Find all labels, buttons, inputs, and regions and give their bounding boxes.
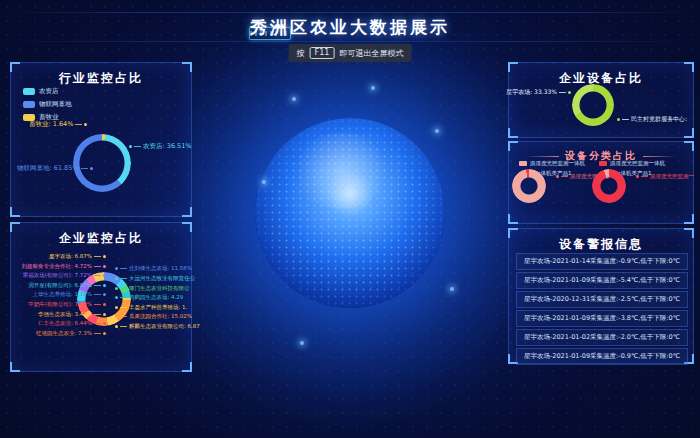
pie-label: 畜牧业: 1.64% (29, 121, 87, 128)
panel-enterprise-monitor: 企业监控占比 星宇农场: 6.87% 刘超粮食专业合作社: 4.72% 家福农场… (10, 222, 192, 372)
alarm-row: 星宇农场-2021-01-09采集温度:-3.8℃,低于下限:0℃ (516, 310, 688, 327)
device-donut-chart[interactable] (572, 84, 614, 126)
alarm-row: 星宇农场-2021-01-09采集温度:-5.4℃,低于下限:0℃ (516, 272, 688, 289)
panel-title: 企业设备占比 (509, 63, 693, 87)
pie-label: 北刘锋生态农场: 11.56% (115, 266, 192, 272)
page-title: 秀洲区农业大数据展示 (0, 16, 700, 39)
industry-donut-chart[interactable] (73, 134, 131, 192)
f11-keycap: F11 (310, 47, 335, 59)
pie-label: 上华生态养殖场: 1.72% (11, 292, 106, 298)
pie-label: 李强生态农场: 3.42% (11, 312, 106, 318)
panel-industry-monitor: 行业监控占比 农资店 物联网基地 畜牧业 畜牧业: 1.64% 农资店: 36.… (10, 62, 192, 217)
panel-device-alarm: 设备警报信息 星宇农场-2021-01-14采集温度:-0.9℃,低于下限:0℃… (508, 228, 694, 364)
alarm-row: 星宇农场-2021-01-09采集温度:-0.9℃,低于下限:0℃ (516, 348, 688, 365)
tip-suffix: 即可退出全屏模式 (339, 48, 403, 59)
legend-label: 温湿度光照监测一体机 (530, 160, 585, 167)
pie-label: 鸣鹤园生态农场: 4.29 (115, 295, 183, 301)
spark-dot (292, 97, 296, 101)
pie-label: 润开发(有限公司): 6.87% (11, 283, 106, 289)
fullscreen-tip: 按 F11 即可退出全屏模式 (289, 44, 412, 62)
spark-dot (262, 180, 266, 184)
legend-label: 温湿度光照监测一体机 (610, 160, 665, 167)
legend-swatch (599, 161, 607, 166)
pie-label: 农资店: 36.51% (129, 143, 192, 150)
globe (255, 118, 445, 308)
pie-label: 麒麟生态农业有限公司: 6.87 (115, 324, 200, 330)
panel-title: 行业监控占比 (11, 63, 191, 87)
spark-dot (371, 86, 375, 90)
legend-item[interactable]: 农资店 (23, 87, 72, 96)
spark-dot (450, 287, 454, 291)
alarm-row: 星宇农场-2020-12-31采集温度:-2.5℃,低于下限:0℃ (516, 291, 688, 308)
alarm-row: 星宇农场-2021-01-02采集温度:-2.0℃,低于下限:0℃ (516, 329, 688, 346)
pie-label: 物联网基地: 61.85% (17, 165, 93, 172)
spark-dot (435, 129, 439, 133)
pie-label: 温湿度光照监测一 (636, 174, 694, 180)
panel-enterprise-device: 企业设备占比 星宇农场: 33.33% 民主村党群服务中心: (508, 62, 694, 138)
pie-label: 红墙园生态农业: 7.3% (11, 331, 106, 337)
pie-label: 家福农场(有限公司): 7.72% (11, 273, 106, 279)
header-line (0, 12, 700, 13)
pie-label: 瓜果沈园合作社: 15.02% (115, 314, 192, 320)
pie-label: 隆门生态农业科技有限公 (115, 286, 190, 292)
pie-label: 中奶牛(有限公司): 7.29% (11, 302, 106, 308)
category-donut-left[interactable] (512, 169, 546, 203)
legend-swatch (23, 101, 35, 108)
industry-legend: 农资店 物联网基地 畜牧业 (23, 87, 72, 122)
legend-swatch (23, 88, 35, 95)
legend-label: 物联网基地 (39, 100, 72, 109)
category-donut-right[interactable] (592, 169, 626, 203)
legend-item[interactable]: 温湿度光照监测一体机 (519, 160, 585, 167)
dashboard: 秀洲区农业大数据展示 按 F11 即可退出全屏模式 行业监控占比 农资店 物联网… (0, 0, 700, 438)
spark-dot (300, 341, 304, 345)
panel-title: 企业监控占比 (11, 223, 191, 247)
pie-label: 丰盈水产种苗养殖场: 1. (115, 305, 187, 311)
panel-title: 设备警报信息 (509, 229, 693, 253)
pie-label: 仁丰生态农业: 6.44% (11, 321, 106, 327)
pie-label: 大运河生态牧业有限责任公 (115, 276, 195, 282)
pie-label: 民主村党群服务中心: (617, 116, 687, 122)
alarm-row: 星宇农场-2021-01-14采集温度:-0.9℃,低于下限:0℃ (516, 253, 688, 270)
legend-label: 农资店 (39, 87, 59, 96)
legend-item[interactable]: 温湿度光照监测一体机 (599, 160, 665, 167)
pie-label: 刘超粮食专业合作社: 4.72% (11, 264, 106, 270)
panel-device-category: 设备分类占比 温湿度光照监测一体机 一体机类产品1 温湿度光照监测一 温湿度光照… (508, 141, 694, 224)
pie-label: 星宇农场: 6.87% (11, 254, 106, 260)
tip-prefix: 按 (297, 48, 305, 59)
legend-swatch (519, 161, 527, 166)
header-line (0, 41, 700, 42)
pie-label: 星宇农场: 33.33% (517, 89, 571, 95)
legend-item[interactable]: 物联网基地 (23, 100, 72, 109)
